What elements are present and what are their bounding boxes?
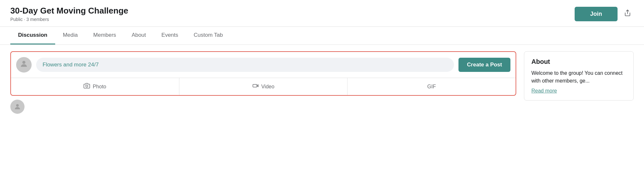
photo-button[interactable]: Photo	[11, 78, 179, 95]
avatar-small	[10, 100, 25, 114]
post-box-top: Create a Post	[11, 52, 516, 78]
tab-members[interactable]: Members	[86, 27, 124, 44]
tab-media[interactable]: Media	[55, 27, 86, 44]
group-title: 30-Day Get Moving Challenge	[10, 6, 128, 16]
group-info: 30-Day Get Moving Challenge Public · 3 m…	[10, 6, 128, 22]
about-card: About Welcome to the group! You can conn…	[524, 51, 634, 101]
read-more-link[interactable]: Read more	[531, 88, 557, 93]
tab-events[interactable]: Events	[154, 27, 186, 44]
join-button[interactable]: Join	[575, 7, 618, 21]
post-input[interactable]	[36, 58, 454, 72]
header-actions: Join	[575, 7, 634, 21]
svg-point-1	[22, 61, 25, 64]
about-card-text: Welcome to the group! You can connect wi…	[531, 69, 626, 85]
video-button[interactable]: Video	[179, 78, 348, 95]
main-panel: Create a Post Photo	[10, 51, 516, 114]
content-area: Create a Post Photo	[0, 45, 644, 120]
video-icon	[252, 83, 259, 91]
user-icon	[19, 59, 28, 71]
page-header: 30-Day Get Moving Challenge Public · 3 m…	[0, 0, 644, 27]
post-box-actions: Photo Video GIF	[11, 78, 516, 95]
tab-custom-tab[interactable]: Custom Tab	[186, 27, 230, 44]
tab-discussion[interactable]: Discussion	[10, 27, 55, 44]
gif-label: GIF	[427, 84, 436, 90]
gif-button[interactable]: GIF	[347, 78, 516, 95]
group-meta: Public · 3 members	[10, 17, 128, 22]
create-post-button[interactable]: Create a Post	[458, 58, 510, 72]
photo-label: Photo	[93, 84, 106, 90]
avatar	[16, 57, 32, 73]
navigation-tabs: Discussion Media Members About Events Cu…	[0, 27, 644, 45]
sidebar-panel: About Welcome to the group! You can conn…	[524, 51, 634, 101]
svg-point-4	[16, 104, 19, 107]
svg-rect-3	[253, 84, 257, 87]
post-creation-box: Create a Post Photo	[10, 51, 516, 96]
about-card-title: About	[531, 58, 626, 65]
camera-icon	[84, 83, 90, 91]
tab-about[interactable]: About	[124, 27, 154, 44]
svg-point-2	[86, 85, 88, 87]
video-label: Video	[261, 84, 275, 90]
share-icon[interactable]	[621, 8, 634, 20]
feed-start	[10, 96, 516, 114]
